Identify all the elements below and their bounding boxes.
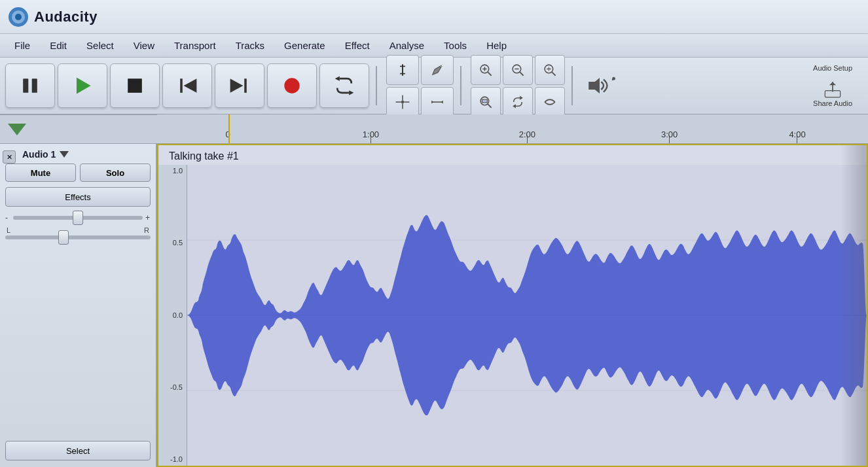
zoom-toggle-button[interactable] (503, 87, 533, 117)
zoom-out-icon (511, 63, 525, 77)
right-actions: Audio Setup Share Audio (808, 61, 858, 110)
select-tool-button[interactable] (386, 55, 419, 85)
loop-button[interactable] (319, 63, 369, 108)
ruler-label-4: 4:00 (789, 130, 805, 139)
multi-tool-button[interactable] (386, 87, 419, 117)
svg-marker-23 (431, 100, 433, 103)
playhead-line (228, 114, 230, 143)
menu-select[interactable]: Select (77, 37, 123, 54)
svg-point-21 (401, 100, 405, 103)
svg-point-11 (284, 78, 299, 93)
transport-group (5, 63, 369, 108)
play-icon (71, 74, 94, 97)
y-label-4: -0.5 (160, 384, 185, 391)
svg-rect-38 (482, 99, 488, 103)
zoom-sel-icon (479, 95, 493, 109)
waveform-svg: /* waveform bars generated via CSS */ (158, 165, 867, 466)
pan-slider-thumb[interactable] (58, 230, 69, 245)
menu-effect[interactable]: Effect (336, 37, 379, 54)
menu-file[interactable]: File (5, 37, 39, 54)
envelope-icon (429, 94, 445, 110)
waveform-container[interactable]: Talking take #1 1.0 0.5 0.0 -0.5 -1.0 (157, 144, 868, 467)
y-label-1: 1.0 (160, 167, 185, 175)
zoom-group (471, 55, 565, 117)
skip-start-icon (175, 74, 199, 97)
mute-button[interactable]: Mute (5, 164, 76, 182)
svg-line-26 (488, 72, 492, 75)
svg-marker-41 (588, 78, 600, 94)
record-button[interactable] (267, 63, 317, 108)
envelope-tool-button[interactable] (421, 87, 454, 117)
y-label-2: 0.5 (160, 239, 185, 247)
svg-rect-3 (23, 78, 28, 93)
toolbar-divider-2 (460, 66, 461, 105)
ruler-label-2: 2:00 (519, 130, 535, 139)
svg-rect-9 (244, 78, 247, 93)
gain-plus-label: + (145, 213, 151, 222)
select-button[interactable]: Select (5, 441, 151, 460)
menu-tools[interactable]: Tools (435, 37, 476, 54)
svg-marker-10 (230, 78, 244, 93)
app-title: Audacity (34, 9, 98, 26)
ruler-label-3: 3:00 (661, 130, 678, 139)
waveform-yaxis: 1.0 0.5 0.0 -0.5 -1.0 (158, 165, 187, 466)
app-logo-icon (8, 7, 29, 27)
menu-view[interactable]: View (124, 37, 164, 54)
audio-setup-label: Audio Setup (813, 64, 852, 72)
playhead-arrow[interactable] (8, 124, 26, 135)
zoom-selection-button[interactable] (471, 87, 501, 117)
pan-slider-track[interactable] (5, 235, 151, 239)
stop-button[interactable] (110, 63, 160, 108)
zoom-extra-button[interactable] (535, 87, 565, 117)
zoom-toggle-icon (511, 95, 525, 109)
toolbar: Audio Setup Share Audio (0, 58, 868, 115)
svg-point-2 (15, 14, 22, 20)
share-label: Share Audio (813, 99, 852, 107)
menu-tracks[interactable]: Tracks (226, 37, 274, 54)
track-controls: ✕ Audio 1 Mute Solo Effects - + L R (0, 144, 157, 467)
effects-button[interactable]: Effects (5, 187, 151, 207)
svg-marker-5 (77, 77, 91, 94)
menu-generate[interactable]: Generate (275, 37, 335, 54)
toolbar-divider-3 (571, 66, 573, 105)
zoom-fit-button[interactable] (535, 55, 565, 85)
skip-start-button[interactable] (162, 63, 212, 108)
gain-slider-track[interactable] (13, 216, 143, 220)
gain-slider-thumb[interactable] (73, 211, 83, 225)
pan-labels: L R (5, 226, 151, 234)
track-name: Audio 1 (22, 149, 56, 160)
zoom-extra-icon (543, 95, 557, 109)
menu-edit[interactable]: Edit (41, 37, 76, 54)
audio-setup-button[interactable]: Audio Setup (808, 61, 858, 75)
volume-control (583, 74, 616, 97)
zoom-in-button[interactable] (471, 55, 501, 85)
toolbar-divider-1 (376, 66, 377, 105)
svg-line-33 (552, 72, 556, 75)
pause-button[interactable] (5, 63, 55, 108)
zoom-out-button[interactable] (503, 55, 533, 85)
multi-icon (395, 94, 410, 110)
volume-icon (583, 74, 616, 97)
tools-group (386, 55, 454, 117)
svg-marker-24 (441, 100, 443, 103)
menu-transport[interactable]: Transport (165, 37, 225, 54)
pan-left-label: L (7, 226, 10, 234)
menu-help[interactable]: Help (477, 37, 516, 54)
loop-icon (333, 74, 356, 97)
cursor-icon (395, 62, 410, 78)
play-button[interactable] (58, 63, 107, 108)
stop-icon (123, 74, 147, 97)
track-dropdown-button[interactable] (60, 151, 69, 158)
title-bar: Audacity (0, 0, 868, 34)
gain-minus-label: - (5, 213, 10, 222)
menu-analyse[interactable]: Analyse (380, 37, 433, 54)
solo-button[interactable]: Solo (80, 164, 151, 182)
draw-tool-button[interactable] (421, 55, 454, 85)
close-track-button[interactable]: ✕ (3, 150, 16, 164)
draw-icon (429, 62, 445, 78)
skip-end-button[interactable] (215, 63, 264, 108)
svg-rect-6 (128, 78, 142, 93)
svg-marker-40 (513, 104, 516, 108)
share-audio-button[interactable]: Share Audio (808, 77, 858, 110)
svg-marker-8 (184, 78, 197, 93)
